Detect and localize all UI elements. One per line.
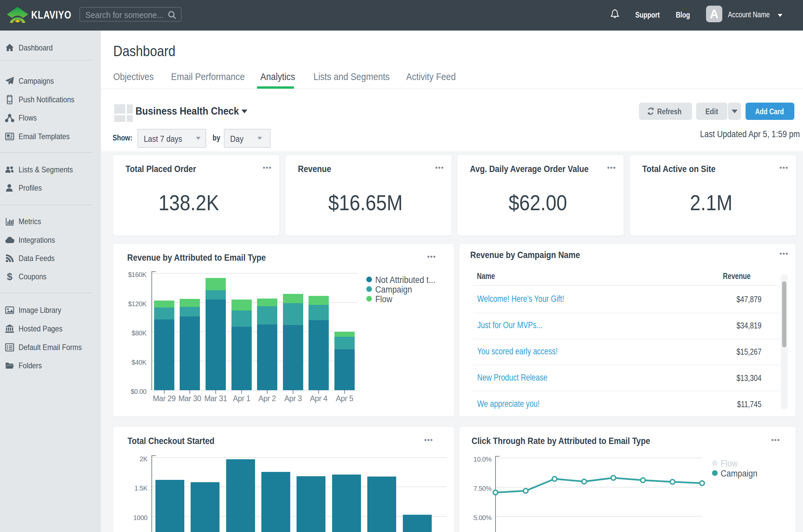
svg-text:1.5K: 1.5K: [134, 484, 148, 492]
svg-text:Apr 1: Apr 1: [233, 394, 250, 403]
svg-text:Mar 29: Mar 29: [153, 394, 176, 403]
svg-text:$40K: $40K: [132, 359, 147, 366]
svg-text:$120K: $120K: [128, 300, 147, 307]
svg-text:$: $: [7, 272, 13, 281]
svg-text:5.00%: 5.00%: [474, 514, 492, 521]
svg-text:10.0%: 10.0%: [474, 456, 492, 463]
svg-text:Mar 31: Mar 31: [204, 394, 227, 403]
svg-text:$80K: $80K: [132, 329, 147, 337]
svg-text:$0.00: $0.00: [131, 388, 147, 395]
svg-text:Apr 4: Apr 4: [310, 394, 327, 403]
svg-text:2K: 2K: [140, 455, 148, 462]
svg-text:7.50%: 7.50%: [474, 485, 492, 492]
svg-text:Apr 2: Apr 2: [259, 394, 275, 403]
svg-text:Apr 3: Apr 3: [284, 394, 302, 403]
svg-text:Mar 30: Mar 30: [178, 394, 201, 403]
svg-text:1000: 1000: [134, 514, 148, 521]
svg-text:$160K: $160K: [128, 271, 147, 278]
svg-text:Apr 5: Apr 5: [336, 394, 353, 403]
